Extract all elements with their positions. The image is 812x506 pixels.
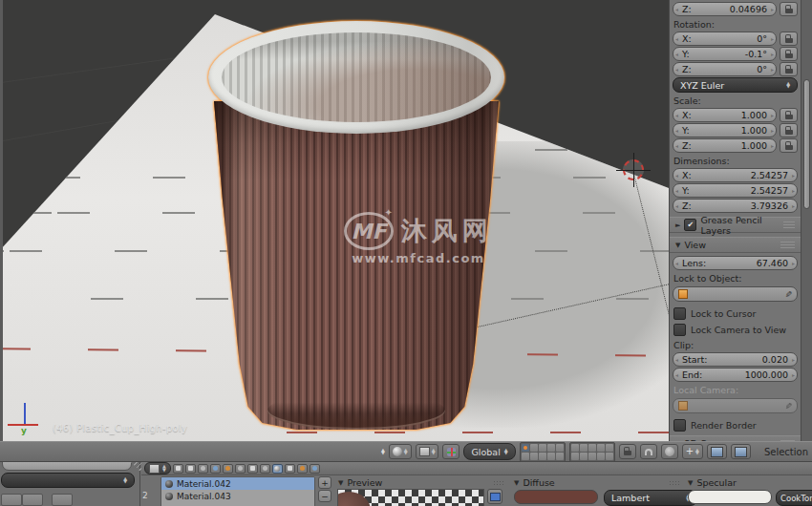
remove-material-slot-button[interactable]: −	[318, 490, 331, 502]
grease-pencil-checkbox[interactable]	[684, 219, 696, 231]
world-tab-icon[interactable]	[210, 464, 221, 474]
preview-monitor-button[interactable]	[487, 489, 502, 504]
rotation-z-field[interactable]: Z: 0°	[673, 62, 777, 76]
layer-cell[interactable]	[547, 453, 555, 460]
panel-drag-lines	[783, 221, 795, 228]
scale-x-field[interactable]: X: 1.000	[673, 108, 777, 122]
viewport-shading-dropdown[interactable]	[389, 444, 412, 459]
stepper-icon[interactable]	[381, 449, 385, 455]
constraints-tab-icon[interactable]	[235, 464, 246, 474]
diffuse-color-swatch[interactable]	[514, 490, 598, 504]
lock-button[interactable]	[780, 123, 798, 137]
texture-tab-icon[interactable]	[285, 464, 295, 474]
collapse-arrow-icon: ▼	[675, 242, 680, 249]
panel-scrollbar[interactable]	[801, 0, 812, 441]
layer-cell[interactable]	[588, 444, 596, 452]
snap-magnet-button[interactable]	[640, 444, 657, 459]
add-material-slot-button[interactable]: +	[318, 476, 331, 489]
cup-foot	[267, 391, 445, 430]
object-data-tab-icon[interactable]	[260, 464, 270, 474]
layer-cell[interactable]	[588, 453, 596, 460]
location-z-field[interactable]: Z: 0.04696	[673, 2, 777, 16]
rotation-y-field[interactable]: Y: -0.1°	[673, 47, 777, 61]
layer-cell[interactable]	[556, 453, 564, 460]
lock-button[interactable]	[780, 2, 798, 16]
layer-cell[interactable]	[580, 453, 588, 460]
eyedropper-icon[interactable]: ✎	[783, 402, 793, 410]
rotation-x-field[interactable]: X: 0°	[673, 32, 777, 46]
material-row[interactable]: Material.043	[161, 490, 314, 502]
eyedropper-icon[interactable]: ✎	[783, 290, 793, 298]
material-tab-icon[interactable]	[272, 464, 283, 474]
layer-cell[interactable]	[530, 444, 538, 452]
layer-cell[interactable]	[571, 453, 579, 460]
scale-z-field[interactable]: Z: 1.000	[673, 138, 777, 153]
particles-tab-icon[interactable]	[297, 464, 308, 474]
preview-panel-header[interactable]: ▼ Preview	[338, 477, 382, 488]
partial-field[interactable]	[2, 462, 132, 471]
dimensions-x-field[interactable]: X: 2.54257	[673, 168, 798, 182]
modifiers-tab-icon[interactable]	[247, 464, 258, 474]
view-panel-header[interactable]: ▼ View	[670, 237, 801, 253]
scrollbar-thumb[interactable]	[803, 79, 810, 209]
lock-icon	[785, 9, 793, 13]
scene-tab-icon[interactable]	[198, 464, 208, 474]
snap-element-button[interactable]	[661, 444, 678, 459]
render-tab-icon[interactable]	[173, 464, 183, 474]
layer-cell[interactable]	[556, 444, 564, 452]
layer-cell[interactable]	[522, 453, 529, 460]
layer-cell[interactable]	[571, 444, 579, 452]
lock-camera-checkbox[interactable]	[673, 324, 686, 336]
local-camera-picker[interactable]: ✎	[673, 398, 798, 413]
layer-cell[interactable]	[597, 453, 605, 460]
lock-to-scene-button[interactable]	[619, 444, 636, 459]
lock-object-picker[interactable]: ✎	[673, 286, 798, 302]
orientation-dropdown[interactable]: Global	[463, 443, 515, 460]
opengl-render-anim-button[interactable]	[731, 444, 751, 459]
pivot-center-dropdown[interactable]	[416, 444, 439, 459]
small-button[interactable]	[1, 494, 22, 506]
specular-shader-dropdown[interactable]: CookTorr	[776, 490, 812, 506]
grease-pencil-panel-header[interactable]: ► Grease Pencil Layers	[670, 217, 801, 233]
layer-cell[interactable]	[530, 453, 538, 460]
snap-target-dropdown[interactable]: +	[682, 444, 703, 459]
editor-type-dropdown[interactable]	[144, 462, 171, 474]
layer-cell[interactable]	[547, 444, 555, 452]
diffuse-shader-dropdown[interactable]: Lambert	[604, 490, 697, 506]
3d-viewport[interactable]: MF 沐风网 www.mfcad.com y (46) Plastic_Cup_…	[0, 0, 669, 441]
layer-cell[interactable]	[522, 444, 529, 452]
scale-y-field[interactable]: Y: 1.000	[673, 123, 777, 137]
dimensions-z-field[interactable]: Z: 3.79326	[673, 199, 798, 213]
layer-cell[interactable]	[606, 453, 613, 460]
object-tab-icon[interactable]	[223, 464, 233, 474]
physics-tab-icon[interactable]	[310, 464, 320, 474]
small-button[interactable]	[52, 494, 73, 506]
3d-cursor[interactable]	[623, 159, 644, 180]
lock-button[interactable]	[780, 108, 798, 122]
layer-cell[interactable]	[539, 444, 546, 452]
bottom-left-dropdown[interactable]	[1, 473, 135, 488]
small-button[interactable]	[22, 494, 43, 506]
layer-cell[interactable]	[597, 444, 605, 452]
rotation-mode-dropdown[interactable]: XYZ Euler	[673, 77, 798, 93]
lock-button[interactable]	[780, 32, 798, 46]
render-border-checkbox[interactable]	[673, 419, 686, 432]
opengl-render-button[interactable]	[707, 444, 727, 459]
render-layers-tab-icon[interactable]	[185, 464, 196, 474]
material-row[interactable]: Material.042	[161, 477, 314, 490]
lock-button[interactable]	[780, 138, 798, 153]
lock-button[interactable]	[780, 62, 798, 76]
lock-to-cursor-checkbox[interactable]	[673, 307, 686, 320]
lock-button[interactable]	[780, 47, 798, 61]
dimensions-y-field[interactable]: Y: 2.54257	[673, 183, 798, 198]
manipulator-toggle[interactable]	[442, 444, 459, 459]
clip-start-field[interactable]: Start: 0.020	[673, 352, 798, 367]
clip-end-field[interactable]: End: 1000.000	[673, 368, 798, 382]
layer-cell[interactable]	[606, 444, 613, 452]
layer-cell[interactable]	[580, 444, 588, 452]
lens-field[interactable]: Lens: 67.460	[673, 256, 798, 270]
layer-cell[interactable]	[539, 453, 546, 460]
specular-panel-header[interactable]: ▼ Specular	[688, 477, 737, 488]
diffuse-panel-header[interactable]: ▼ Diffuse	[514, 477, 555, 488]
specular-color-swatch[interactable]	[688, 490, 772, 504]
